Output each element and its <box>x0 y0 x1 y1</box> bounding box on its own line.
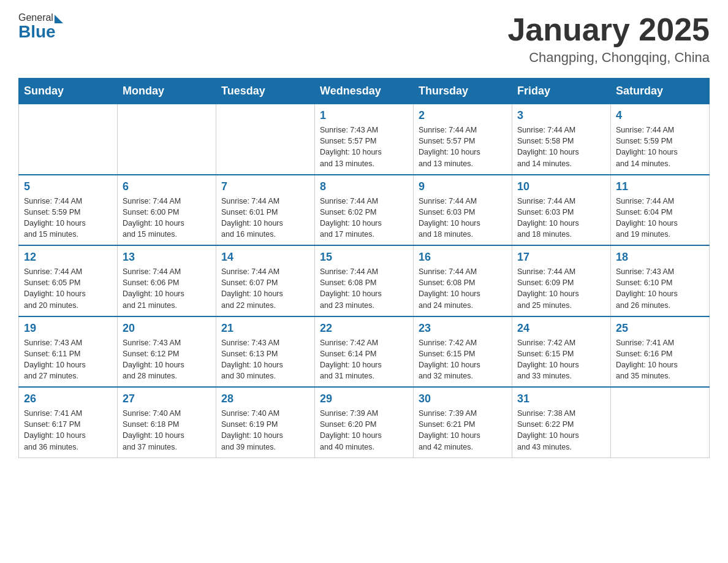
calendar-header-wednesday: Wednesday <box>315 79 414 104</box>
day-info: Sunrise: 7:42 AM Sunset: 6:15 PM Dayligh… <box>517 337 605 382</box>
day-number: 18 <box>616 251 704 264</box>
calendar-cell: 20Sunrise: 7:43 AM Sunset: 6:12 PM Dayli… <box>118 316 216 388</box>
day-number: 6 <box>123 180 211 193</box>
calendar-week-row: 26Sunrise: 7:41 AM Sunset: 6:17 PM Dayli… <box>19 387 710 458</box>
calendar-cell: 9Sunrise: 7:44 AM Sunset: 6:03 PM Daylig… <box>414 175 512 246</box>
day-number: 13 <box>123 251 211 264</box>
day-info: Sunrise: 7:44 AM Sunset: 5:57 PM Dayligh… <box>419 124 507 169</box>
day-info: Sunrise: 7:42 AM Sunset: 6:14 PM Dayligh… <box>320 337 408 382</box>
calendar-header-monday: Monday <box>118 79 216 104</box>
day-number: 30 <box>419 393 507 405</box>
day-number: 9 <box>419 180 507 193</box>
calendar-cell: 2Sunrise: 7:44 AM Sunset: 5:57 PM Daylig… <box>414 104 512 175</box>
calendar-cell <box>611 387 710 458</box>
calendar-header-tuesday: Tuesday <box>216 79 315 104</box>
calendar-cell: 3Sunrise: 7:44 AM Sunset: 5:58 PM Daylig… <box>512 104 611 175</box>
calendar-cell: 21Sunrise: 7:43 AM Sunset: 6:13 PM Dayli… <box>216 316 315 388</box>
calendar-cell: 23Sunrise: 7:42 AM Sunset: 6:15 PM Dayli… <box>414 316 512 388</box>
calendar-cell: 15Sunrise: 7:44 AM Sunset: 6:08 PM Dayli… <box>315 245 414 316</box>
calendar-cell: 29Sunrise: 7:39 AM Sunset: 6:20 PM Dayli… <box>315 387 414 458</box>
day-info: Sunrise: 7:43 AM Sunset: 6:12 PM Dayligh… <box>123 337 211 382</box>
day-number: 12 <box>24 251 112 264</box>
day-number: 24 <box>517 322 605 335</box>
calendar-cell: 24Sunrise: 7:42 AM Sunset: 6:15 PM Dayli… <box>512 316 611 388</box>
calendar-cell: 5Sunrise: 7:44 AM Sunset: 5:59 PM Daylig… <box>19 175 118 246</box>
day-number: 10 <box>517 180 605 193</box>
day-number: 19 <box>24 322 112 335</box>
calendar-cell: 12Sunrise: 7:44 AM Sunset: 6:05 PM Dayli… <box>19 245 118 316</box>
calendar-cell <box>216 104 315 175</box>
day-number: 14 <box>221 251 309 264</box>
logo-blue-text: Blue <box>18 23 56 40</box>
day-number: 26 <box>24 393 112 405</box>
calendar-cell: 31Sunrise: 7:38 AM Sunset: 6:22 PM Dayli… <box>512 387 611 458</box>
day-number: 17 <box>517 251 605 264</box>
day-number: 5 <box>24 180 112 193</box>
day-number: 16 <box>419 251 507 264</box>
day-info: Sunrise: 7:43 AM Sunset: 6:10 PM Dayligh… <box>616 266 704 311</box>
calendar-cell: 19Sunrise: 7:43 AM Sunset: 6:11 PM Dayli… <box>19 316 118 388</box>
calendar-cell: 1Sunrise: 7:43 AM Sunset: 5:57 PM Daylig… <box>315 104 414 175</box>
day-number: 2 <box>419 109 507 122</box>
day-number: 27 <box>123 393 211 405</box>
day-info: Sunrise: 7:44 AM Sunset: 6:04 PM Dayligh… <box>616 196 704 240</box>
day-number: 20 <box>123 322 211 335</box>
calendar-cell: 7Sunrise: 7:44 AM Sunset: 6:01 PM Daylig… <box>216 175 315 246</box>
calendar-cell <box>118 104 216 175</box>
calendar-cell: 22Sunrise: 7:42 AM Sunset: 6:14 PM Dayli… <box>315 316 414 388</box>
day-info: Sunrise: 7:44 AM Sunset: 6:06 PM Dayligh… <box>123 266 211 311</box>
day-info: Sunrise: 7:40 AM Sunset: 6:19 PM Dayligh… <box>221 408 309 453</box>
calendar-header-thursday: Thursday <box>414 79 512 104</box>
calendar-cell: 30Sunrise: 7:39 AM Sunset: 6:21 PM Dayli… <box>414 387 512 458</box>
calendar-cell <box>19 104 118 175</box>
day-info: Sunrise: 7:44 AM Sunset: 6:03 PM Dayligh… <box>517 196 605 240</box>
day-info: Sunrise: 7:44 AM Sunset: 6:01 PM Dayligh… <box>221 196 309 240</box>
day-info: Sunrise: 7:44 AM Sunset: 5:59 PM Dayligh… <box>24 196 112 240</box>
logo-arrow-icon <box>55 15 63 23</box>
page-header: General Blue January 2025 Changping, Cho… <box>18 12 710 66</box>
calendar-cell: 27Sunrise: 7:40 AM Sunset: 6:18 PM Dayli… <box>118 387 216 458</box>
calendar-header-sunday: Sunday <box>19 79 118 104</box>
day-info: Sunrise: 7:44 AM Sunset: 6:05 PM Dayligh… <box>24 266 112 311</box>
day-info: Sunrise: 7:44 AM Sunset: 6:08 PM Dayligh… <box>419 266 507 311</box>
calendar-week-row: 5Sunrise: 7:44 AM Sunset: 5:59 PM Daylig… <box>19 175 710 246</box>
calendar-cell: 28Sunrise: 7:40 AM Sunset: 6:19 PM Dayli… <box>216 387 315 458</box>
day-info: Sunrise: 7:43 AM Sunset: 5:57 PM Dayligh… <box>320 124 408 169</box>
day-number: 29 <box>320 393 408 405</box>
calendar-cell: 11Sunrise: 7:44 AM Sunset: 6:04 PM Dayli… <box>611 175 710 246</box>
calendar-cell: 16Sunrise: 7:44 AM Sunset: 6:08 PM Dayli… <box>414 245 512 316</box>
day-info: Sunrise: 7:42 AM Sunset: 6:15 PM Dayligh… <box>419 337 507 382</box>
day-info: Sunrise: 7:44 AM Sunset: 6:03 PM Dayligh… <box>419 196 507 240</box>
day-info: Sunrise: 7:44 AM Sunset: 6:08 PM Dayligh… <box>320 266 408 311</box>
calendar-cell: 8Sunrise: 7:44 AM Sunset: 6:02 PM Daylig… <box>315 175 414 246</box>
day-info: Sunrise: 7:39 AM Sunset: 6:20 PM Dayligh… <box>320 408 408 453</box>
day-info: Sunrise: 7:44 AM Sunset: 6:07 PM Dayligh… <box>221 266 309 311</box>
day-number: 31 <box>517 393 605 405</box>
calendar-header-row: SundayMondayTuesdayWednesdayThursdayFrid… <box>19 79 710 104</box>
calendar-cell: 14Sunrise: 7:44 AM Sunset: 6:07 PM Dayli… <box>216 245 315 316</box>
day-number: 22 <box>320 322 408 335</box>
day-number: 25 <box>616 322 704 335</box>
calendar-cell: 4Sunrise: 7:44 AM Sunset: 5:59 PM Daylig… <box>611 104 710 175</box>
calendar-week-row: 12Sunrise: 7:44 AM Sunset: 6:05 PM Dayli… <box>19 245 710 316</box>
day-number: 7 <box>221 180 309 193</box>
calendar-cell: 18Sunrise: 7:43 AM Sunset: 6:10 PM Dayli… <box>611 245 710 316</box>
day-number: 23 <box>419 322 507 335</box>
day-info: Sunrise: 7:44 AM Sunset: 6:09 PM Dayligh… <box>517 266 605 311</box>
day-number: 15 <box>320 251 408 264</box>
day-info: Sunrise: 7:38 AM Sunset: 6:22 PM Dayligh… <box>517 408 605 453</box>
day-number: 4 <box>616 109 704 122</box>
calendar-header-friday: Friday <box>512 79 611 104</box>
day-number: 3 <box>517 109 605 122</box>
calendar-cell: 6Sunrise: 7:44 AM Sunset: 6:00 PM Daylig… <box>118 175 216 246</box>
calendar-cell: 25Sunrise: 7:41 AM Sunset: 6:16 PM Dayli… <box>611 316 710 388</box>
day-info: Sunrise: 7:41 AM Sunset: 6:17 PM Dayligh… <box>24 408 112 453</box>
title-area: January 2025 Changping, Chongqing, China <box>507 12 710 66</box>
day-info: Sunrise: 7:39 AM Sunset: 6:21 PM Dayligh… <box>419 408 507 453</box>
logo: General Blue <box>18 12 63 40</box>
calendar-cell: 17Sunrise: 7:44 AM Sunset: 6:09 PM Dayli… <box>512 245 611 316</box>
calendar-cell: 26Sunrise: 7:41 AM Sunset: 6:17 PM Dayli… <box>19 387 118 458</box>
day-info: Sunrise: 7:44 AM Sunset: 5:58 PM Dayligh… <box>517 124 605 169</box>
calendar-cell: 13Sunrise: 7:44 AM Sunset: 6:06 PM Dayli… <box>118 245 216 316</box>
day-info: Sunrise: 7:44 AM Sunset: 5:59 PM Dayligh… <box>616 124 704 169</box>
